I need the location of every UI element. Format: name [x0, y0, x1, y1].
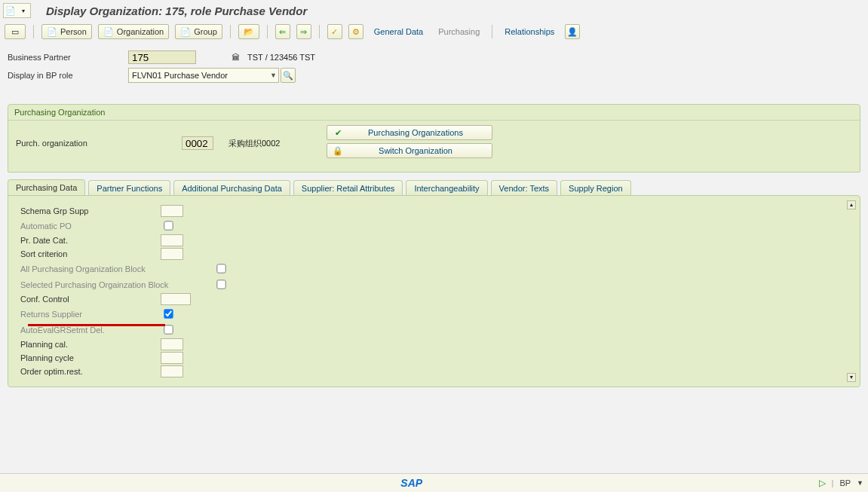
field-label-schema_grp: Schema Grp Supp: [17, 205, 161, 217]
field-label-planning_cycle: Planning cycle: [17, 352, 161, 364]
field-checkbox-sel_purch_block: [216, 280, 225, 289]
status-chevron-icon[interactable]: ▼: [857, 479, 863, 487]
list-icon: 📄: [5, 5, 17, 17]
field-checkbox-all_purch_block: [216, 264, 225, 273]
role-value: FLVN01 Purchase Vendor: [132, 71, 228, 80]
check-icon: ✔: [332, 128, 344, 138]
status-bp: BP: [839, 478, 851, 487]
bp-info-icon: 🏛: [228, 50, 243, 65]
relationships-link[interactable]: Relationships: [500, 26, 559, 38]
field-label-pr_date_cat: Pr. Date Cat.: [17, 234, 161, 246]
role-search-button[interactable]: 🔍: [281, 68, 296, 83]
organization-button[interactable]: 📄Organization: [98, 24, 169, 39]
tab-supply-region[interactable]: Supply Region: [560, 180, 631, 196]
folder-open-icon: 📂: [244, 26, 254, 37]
purch-org-input[interactable]: [182, 136, 213, 150]
field-label-order_optim: Order optim.rest.: [17, 365, 161, 377]
purch-org-label: Purch. organization: [16, 139, 182, 148]
tab-partner-functions[interactable]: Partner Functions: [88, 180, 170, 196]
purchasing-link: Purchasing: [434, 26, 484, 38]
chart-icon: 👤: [567, 26, 578, 37]
field-label-autoeval: AutoEvalGRSetmt Del.: [17, 324, 161, 336]
organization-label: Organization: [117, 27, 164, 36]
field-label-conf_control: Conf. Control: [17, 293, 161, 305]
field-input-planning_cycle[interactable]: [161, 352, 183, 364]
tab-vendor-texts[interactable]: Vendor: Texts: [491, 180, 557, 196]
switch-org-button[interactable]: 🔒Switch Organization: [327, 143, 492, 158]
scroll-up-button[interactable]: ▴: [847, 200, 856, 209]
field-input-schema_grp[interactable]: [161, 205, 183, 217]
chevron-down-icon: ▼: [270, 72, 277, 79]
search-icon: 🔍: [283, 71, 293, 81]
toggle-button[interactable]: ▭: [5, 24, 26, 39]
field-label-returns_supplier: Returns Supplier: [17, 308, 161, 320]
sap-logo: SAP: [400, 477, 422, 489]
role-select[interactable]: FLVN01 Purchase Vendor ▼: [128, 68, 279, 83]
separator: [33, 25, 34, 38]
field-checkbox-returns_supplier: [164, 309, 173, 318]
group-icon: 📄: [180, 26, 191, 37]
settings-button[interactable]: ⚙: [348, 24, 363, 39]
role-label: Display in BP role: [8, 71, 128, 80]
gear-icon: ⚙: [351, 26, 361, 37]
separator: [267, 25, 268, 38]
separator: |: [832, 478, 834, 487]
arrow-right-icon: ⇒: [299, 26, 309, 37]
open-button[interactable]: 📂: [238, 24, 259, 39]
person-label: Person: [60, 27, 87, 36]
field-input-planning_cal[interactable]: [161, 338, 183, 350]
group-button[interactable]: 📄Group: [175, 24, 222, 39]
field-label-all_purch_block: All Purchasing Organization Block: [17, 263, 213, 275]
field-input-sort_criterion[interactable]: [161, 248, 183, 260]
dropdown-icon: ▾: [17, 5, 29, 17]
check-icon: ✓: [330, 26, 340, 37]
field-input-order_optim[interactable]: [161, 365, 183, 377]
field-checkbox-automatic_po: [164, 221, 173, 230]
window-icon: ▭: [10, 26, 20, 37]
forward-button[interactable]: ⇒: [296, 24, 311, 39]
purchasing-orgs-button[interactable]: ✔Purchasing Organizations: [327, 125, 492, 140]
field-label-automatic_po: Automatic PO: [17, 220, 161, 232]
tab-content: ▴ ▾ Schema Grp SuppAutomatic POPr. Date …: [8, 195, 860, 387]
back-button[interactable]: ⇐: [275, 24, 290, 39]
field-label-planning_cal: Planning cal.: [17, 338, 161, 350]
arrow-left-icon: ⇐: [278, 26, 288, 37]
field-label-sel_purch_block: Selected Purchasing Orgainzation Block: [17, 279, 213, 291]
panel-title: Purchasing Organization: [8, 105, 860, 121]
lock-icon: 🔒: [332, 146, 344, 156]
bp-description: TST / 123456 TST: [247, 53, 315, 62]
separator: [492, 25, 492, 38]
separator: [230, 25, 231, 38]
tab-interchangeability[interactable]: Interchangeability: [406, 180, 487, 196]
group-label: Group: [194, 27, 217, 36]
play-icon[interactable]: ▷: [819, 478, 826, 488]
page-title: Display Organization: 175, role Purchase…: [46, 5, 307, 17]
tab-purchasing-data[interactable]: Purchasing Data: [8, 179, 85, 196]
title-menu[interactable]: 📄 ▾: [3, 3, 31, 18]
tab-additional-purchasing[interactable]: Additional Purchasing Data: [173, 180, 290, 196]
field-label-sort_criterion: Sort criterion: [17, 248, 161, 260]
extra-button[interactable]: 👤: [565, 24, 580, 39]
general-data-link[interactable]: General Data: [370, 26, 428, 38]
field-input-conf_control[interactable]: [161, 293, 191, 305]
bp-label: Business Partner: [8, 53, 128, 62]
separator: [319, 25, 320, 38]
person-button[interactable]: 📄Person: [41, 24, 92, 39]
scroll-down-button[interactable]: ▾: [847, 373, 856, 382]
tab-supplier-retail[interactable]: Supplier: Retail Attributes: [293, 180, 403, 196]
purchasing-org-panel: Purchasing Organization Purch. organizat…: [8, 104, 860, 173]
field-input-pr_date_cat[interactable]: [161, 234, 183, 246]
purch-org-description: 采购组织0002: [229, 138, 327, 149]
person-icon: 📄: [47, 26, 57, 37]
refresh-button[interactable]: ✓: [327, 24, 342, 39]
field-checkbox-autoeval: [164, 325, 173, 334]
org-icon: 📄: [103, 26, 114, 37]
bp-input[interactable]: [128, 50, 196, 64]
